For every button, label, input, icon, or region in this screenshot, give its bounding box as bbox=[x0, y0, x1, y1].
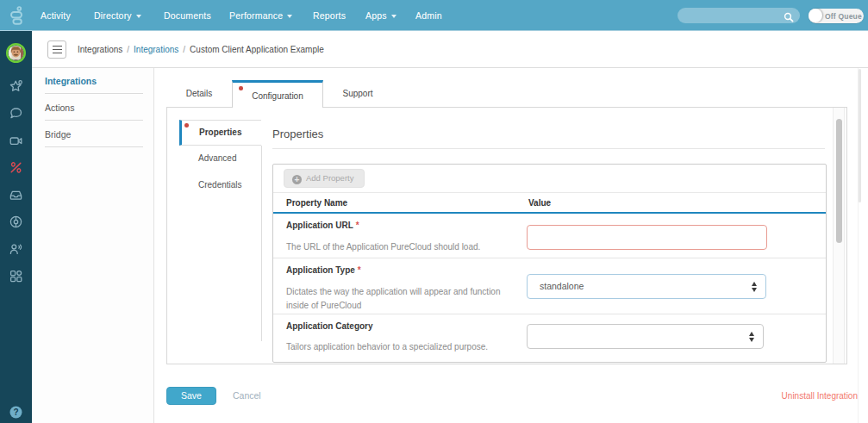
unsaved-changes-dot bbox=[239, 86, 243, 90]
admin-subnav: Integrations Actions Bridge bbox=[32, 68, 154, 423]
properties-heading: Properties bbox=[272, 128, 323, 140]
tab-support[interactable]: Support bbox=[323, 80, 392, 107]
subnav-item-bridge[interactable]: Bridge bbox=[45, 121, 143, 147]
breadcrumb-bar: Integrations/Integrations/Custom Client … bbox=[32, 31, 868, 68]
heading-divider bbox=[272, 148, 825, 149]
application-type-select[interactable]: standalone bbox=[527, 274, 766, 299]
property-name: Application URL* bbox=[286, 221, 359, 230]
column-property-name: Property Name bbox=[286, 193, 347, 214]
help-icon[interactable]: ? bbox=[9, 406, 22, 422]
nav-directory[interactable]: Directory bbox=[94, 0, 141, 31]
configuration-panel: Properties Advanced Credentials Properti… bbox=[166, 107, 847, 364]
required-asterisk: * bbox=[358, 265, 361, 275]
tab-details[interactable]: Details bbox=[166, 80, 232, 107]
column-value: Value bbox=[528, 193, 551, 214]
chat-icon[interactable] bbox=[9, 106, 23, 124]
properties-table-container: +Add Property Property Name Value Applic… bbox=[272, 164, 827, 363]
page-scrollbar-thumb[interactable] bbox=[859, 69, 861, 202]
chevron-down-icon bbox=[391, 15, 397, 18]
scrollbar-track[interactable] bbox=[833, 108, 845, 364]
table-row: Application URL* The URL of the Applicat… bbox=[273, 214, 826, 258]
subnav-item-actions[interactable]: Actions bbox=[45, 95, 143, 121]
off-queue-toggle[interactable]: Off Queue bbox=[809, 9, 864, 23]
purecloud-logo-icon[interactable] bbox=[10, 6, 22, 28]
required-asterisk: * bbox=[356, 221, 359, 230]
select-arrows-icon bbox=[749, 331, 755, 343]
nav-activity[interactable]: Activity bbox=[41, 0, 71, 31]
chevron-down-icon bbox=[287, 15, 292, 18]
chevron-down-icon bbox=[136, 15, 141, 18]
left-rail: ? bbox=[0, 31, 32, 423]
property-description: The URL of the Application PureCloud sho… bbox=[286, 240, 510, 254]
relate-icon[interactable] bbox=[9, 215, 23, 233]
breadcrumb-current: Custom Client Application Example bbox=[190, 45, 324, 54]
subnav-item-integrations[interactable]: Integrations bbox=[45, 68, 143, 94]
breadcrumb-item: Integrations bbox=[78, 45, 122, 54]
phone-disabled-icon[interactable] bbox=[9, 160, 23, 178]
add-property-button[interactable]: +Add Property bbox=[284, 169, 365, 188]
save-button[interactable]: Save bbox=[166, 387, 216, 405]
tab-configuration[interactable]: Configuration bbox=[232, 80, 323, 108]
global-search bbox=[678, 8, 800, 23]
property-description: Tailors application behavior to a specia… bbox=[286, 340, 510, 354]
vtab-advanced[interactable]: Advanced bbox=[198, 146, 259, 171]
vtab-properties[interactable]: Properties bbox=[179, 120, 261, 146]
search-input[interactable] bbox=[686, 8, 781, 23]
hamburger-menu-button[interactable] bbox=[47, 40, 66, 59]
vtab-divider bbox=[261, 146, 262, 341]
application-url-input[interactable] bbox=[527, 225, 767, 250]
table-row: Application Category Tailors application… bbox=[273, 314, 826, 363]
video-icon[interactable] bbox=[9, 134, 23, 152]
top-bar: Activity Directory Documents Performance… bbox=[0, 0, 868, 31]
table-toolbar: +Add Property bbox=[273, 165, 826, 193]
svg-text:?: ? bbox=[13, 407, 18, 417]
inbox-icon[interactable] bbox=[9, 188, 23, 206]
breadcrumb: Integrations/Integrations/Custom Client … bbox=[78, 31, 324, 68]
application-category-select[interactable] bbox=[527, 324, 764, 349]
plus-circle-icon: + bbox=[292, 175, 302, 184]
unsaved-changes-dot bbox=[184, 123, 189, 128]
off-queue-label: Off Queue bbox=[825, 9, 862, 23]
favorites-star-icon[interactable] bbox=[9, 79, 23, 97]
table-row: Application Type* Dictates the way the a… bbox=[273, 258, 826, 314]
nav-documents[interactable]: Documents bbox=[164, 0, 211, 31]
cancel-button[interactable]: Cancel bbox=[233, 387, 261, 405]
breadcrumb-link[interactable]: Integrations bbox=[134, 45, 178, 54]
vtab-credentials[interactable]: Credentials bbox=[198, 172, 259, 198]
property-name: Application Category bbox=[286, 321, 373, 331]
user-avatar[interactable] bbox=[5, 42, 27, 67]
toggle-knob bbox=[809, 9, 822, 22]
property-name: Application Type* bbox=[286, 265, 361, 275]
nav-reports[interactable]: Reports bbox=[313, 0, 346, 31]
scrollbar-thumb[interactable] bbox=[836, 119, 842, 243]
table-header: Property Name Value bbox=[273, 193, 826, 214]
nav-admin[interactable]: Admin bbox=[415, 0, 442, 31]
nav-apps[interactable]: Apps bbox=[365, 0, 397, 31]
person-speaking-icon[interactable] bbox=[9, 242, 23, 260]
property-description: Dictates the way the application will ap… bbox=[286, 285, 510, 313]
search-icon[interactable] bbox=[784, 10, 794, 26]
nav-performance[interactable]: Performance bbox=[229, 0, 292, 31]
org-blocks-icon[interactable] bbox=[9, 269, 23, 287]
select-arrows-icon bbox=[752, 281, 758, 293]
main-content: Details Configuration Support Properties… bbox=[154, 68, 868, 423]
uninstall-integration-link[interactable]: Uninstall Integration bbox=[782, 388, 858, 405]
